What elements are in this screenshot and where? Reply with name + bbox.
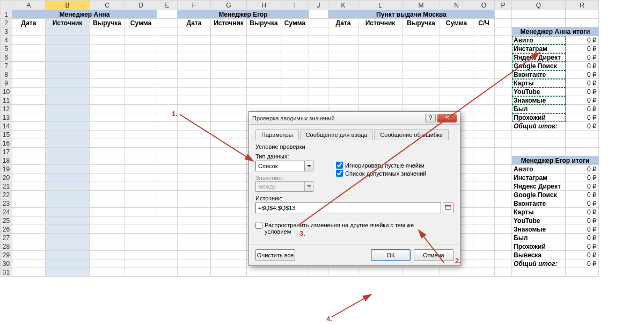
cell-D3[interactable] — [125, 27, 157, 36]
cell-C3[interactable] — [90, 27, 125, 36]
cell-K7[interactable] — [328, 62, 358, 70]
cell-R23[interactable]: 0 ₽ — [566, 199, 599, 208]
cell-D12[interactable] — [125, 105, 157, 113]
cell-F18[interactable] — [178, 156, 211, 165]
cell-P25[interactable] — [495, 216, 512, 225]
cell-C16[interactable] — [90, 139, 125, 148]
cell-E10[interactable] — [157, 88, 178, 96]
cell-L9[interactable] — [358, 79, 402, 88]
cell-A3[interactable] — [12, 27, 46, 36]
row-header-16[interactable]: 16 — [1, 139, 12, 148]
cell-F26[interactable] — [178, 225, 211, 234]
cell-C2[interactable]: Выручка — [90, 19, 125, 27]
cell-D19[interactable] — [125, 165, 157, 174]
cell-K1[interactable]: Пункт выдачи Москва — [328, 10, 495, 19]
cell-E16[interactable] — [157, 139, 178, 148]
cell-C28[interactable] — [90, 242, 125, 251]
cell-H6[interactable] — [247, 53, 281, 62]
row-header-4[interactable]: 4 — [1, 36, 12, 45]
cell-A5[interactable] — [12, 45, 46, 53]
col-header-B[interactable]: B — [46, 1, 90, 10]
cell-O2[interactable]: С/Ч — [473, 19, 495, 27]
type-input[interactable] — [256, 161, 304, 171]
row-header-13[interactable]: 13 — [1, 113, 12, 122]
cell-P11[interactable] — [495, 96, 512, 105]
cell-F23[interactable] — [178, 199, 211, 208]
cell-F31[interactable] — [178, 268, 211, 277]
cell-O28[interactable] — [473, 242, 495, 251]
cell-P17[interactable] — [495, 148, 512, 156]
cell-R17[interactable] — [566, 148, 599, 156]
row-header-17[interactable]: 17 — [1, 148, 12, 156]
cell-E30[interactable] — [157, 259, 178, 268]
col-header-L[interactable]: L — [358, 1, 402, 10]
cell-D13[interactable] — [125, 113, 157, 122]
cell-B11[interactable] — [46, 96, 90, 105]
cell-C21[interactable] — [90, 182, 125, 191]
cell-D16[interactable] — [125, 139, 157, 148]
cell-B9[interactable] — [46, 79, 90, 88]
cell-G22[interactable] — [211, 191, 247, 199]
cell-G11[interactable] — [211, 96, 247, 105]
cell-D21[interactable] — [125, 182, 157, 191]
row-header-12[interactable]: 12 — [1, 105, 12, 113]
chevron-down-icon[interactable] — [304, 161, 313, 171]
row-header-21[interactable]: 21 — [1, 182, 12, 191]
cell-R26[interactable]: 0 ₽ — [566, 225, 599, 234]
cell-C29[interactable] — [90, 251, 125, 259]
row-header-2[interactable]: 2 — [1, 19, 12, 27]
cell-R9[interactable]: 0 ₽ — [566, 79, 599, 88]
cell-K9[interactable] — [328, 79, 358, 88]
cell-P26[interactable] — [495, 225, 512, 234]
cell-R24[interactable]: 0 ₽ — [566, 208, 599, 216]
cell-E8[interactable] — [157, 70, 178, 79]
cell-D14[interactable] — [125, 122, 157, 131]
cell-G25[interactable] — [211, 216, 247, 225]
cell-A2[interactable]: Дата — [12, 19, 46, 27]
cell-F10[interactable] — [178, 88, 211, 96]
cell-B26[interactable] — [46, 225, 90, 234]
cell-E1[interactable] — [157, 10, 178, 19]
cell-O12[interactable] — [473, 105, 495, 113]
cell-Q24[interactable]: Карты — [512, 208, 566, 216]
cell-R28[interactable]: 0 ₽ — [566, 242, 599, 251]
cell-Q20[interactable]: Инстаграм — [512, 174, 566, 182]
cell-P13[interactable] — [495, 113, 512, 122]
cell-P6[interactable] — [495, 53, 512, 62]
cell-G21[interactable] — [211, 182, 247, 191]
cell-B19[interactable] — [46, 165, 90, 174]
cell-Q30[interactable]: Общий итог: — [512, 259, 566, 268]
cell-E15[interactable] — [157, 131, 178, 139]
cell-D31[interactable] — [125, 268, 157, 277]
cell-G13[interactable] — [211, 113, 247, 122]
cell-A4[interactable] — [12, 36, 46, 45]
row-header-23[interactable]: 23 — [1, 199, 12, 208]
cell-O13[interactable] — [473, 113, 495, 122]
cell-P5[interactable] — [495, 45, 512, 53]
cell-G3[interactable] — [211, 27, 247, 36]
cell-G10[interactable] — [211, 88, 247, 96]
row-header-11[interactable]: 11 — [1, 96, 12, 105]
cell-O8[interactable] — [473, 70, 495, 79]
cell-G18[interactable] — [211, 156, 247, 165]
cell-L4[interactable] — [358, 36, 402, 45]
cell-C31[interactable] — [90, 268, 125, 277]
cell-N2[interactable]: Сумма — [440, 19, 473, 27]
col-header-P[interactable]: P — [495, 1, 512, 10]
cell-L2[interactable]: Источник — [358, 19, 402, 27]
cell-G23[interactable] — [211, 199, 247, 208]
cell-J2[interactable] — [309, 19, 328, 27]
cell-C7[interactable] — [90, 62, 125, 70]
cell-M4[interactable] — [402, 36, 440, 45]
cell-R27[interactable]: 0 ₽ — [566, 234, 599, 242]
row-header-9[interactable]: 9 — [1, 79, 12, 88]
cell-N11[interactable] — [440, 96, 473, 105]
cell-J3[interactable] — [309, 27, 328, 36]
row-header-30[interactable]: 30 — [1, 259, 12, 268]
cell-J7[interactable] — [309, 62, 328, 70]
cell-A21[interactable] — [12, 182, 46, 191]
cell-K10[interactable] — [328, 88, 358, 96]
cell-D4[interactable] — [125, 36, 157, 45]
cell-O10[interactable] — [473, 88, 495, 96]
cell-G29[interactable] — [211, 251, 247, 259]
